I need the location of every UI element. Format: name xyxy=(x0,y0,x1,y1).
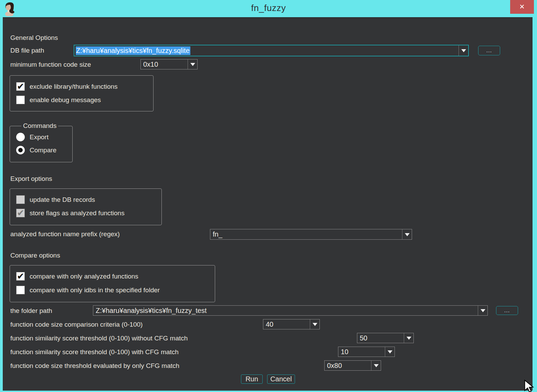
cancel-button[interactable]: Cancel xyxy=(267,374,295,384)
sim-with-cfg-value[interactable]: 10 xyxy=(338,347,385,357)
sim-with-cfg-label: function similarity score threshold (0-1… xyxy=(10,348,179,356)
compare-radio-label[interactable]: Compare xyxy=(30,146,56,154)
compare-options-group xyxy=(10,265,215,302)
general-options-heading: General Options xyxy=(10,34,58,42)
min-code-size-value[interactable]: 0x10 xyxy=(141,59,188,69)
update-db-label: update the DB records xyxy=(30,196,95,204)
sim-without-cfg-value[interactable]: 50 xyxy=(357,333,404,343)
chevron-down-icon[interactable] xyxy=(310,319,319,329)
only-idbs-label[interactable]: compare with only idbs in the specified … xyxy=(30,286,160,294)
sim-with-cfg-dropdown[interactable]: 10 xyxy=(338,347,395,357)
size-cfg-label: function code size threshold evaluated b… xyxy=(10,362,179,370)
titlebar[interactable]: fn_fuzzy ✕ xyxy=(0,0,537,17)
compare-radio[interactable] xyxy=(16,146,25,154)
enable-debug-checkbox[interactable] xyxy=(16,96,25,104)
chevron-down-icon[interactable] xyxy=(385,347,394,357)
chevron-down-icon[interactable] xyxy=(402,229,412,239)
store-flags-label: store flags as analyzed functions xyxy=(30,209,125,217)
prefix-label: analyzed function name prefix (regex) xyxy=(10,230,120,238)
chevron-down-icon[interactable] xyxy=(188,59,197,69)
chevron-down-icon[interactable] xyxy=(459,45,468,56)
folder-browse-button[interactable]: ... xyxy=(496,306,518,315)
criteria-dropdown[interactable]: 40 xyxy=(263,319,320,329)
criteria-label: function code size comparison criteria (… xyxy=(10,321,143,328)
commands-legend: Commands xyxy=(21,122,58,130)
chevron-down-icon[interactable] xyxy=(478,306,487,315)
folder-path-combobox[interactable]: Z:¥haru¥analysis¥tics¥fn_fuzzy_test xyxy=(93,305,488,316)
size-cfg-dropdown[interactable]: 0x80 xyxy=(324,360,381,371)
only-analyzed-checkbox[interactable] xyxy=(16,272,25,281)
window-title: fn_fuzzy xyxy=(0,0,537,16)
db-path-browse-button[interactable]: ... xyxy=(478,46,500,55)
only-analyzed-label[interactable]: compare with only analyzed functions xyxy=(30,273,138,280)
sim-without-cfg-dropdown[interactable]: 50 xyxy=(357,333,414,343)
sim-without-cfg-label: function similarity score threshold (0-1… xyxy=(10,335,188,342)
criteria-value[interactable]: 40 xyxy=(263,319,310,329)
prefix-value[interactable]: fn_ xyxy=(210,229,402,239)
general-checkbox-group xyxy=(10,75,154,111)
exclude-library-label[interactable]: exclude library/thunk functions xyxy=(30,83,118,90)
folder-path-value[interactable]: Z:¥haru¥analysis¥tics¥fn_fuzzy_test xyxy=(93,306,478,315)
only-idbs-checkbox[interactable] xyxy=(16,286,25,294)
commands-group xyxy=(10,126,73,162)
chevron-down-icon[interactable] xyxy=(371,361,381,370)
folder-path-label: the folder path xyxy=(10,307,52,315)
db-file-path-combobox[interactable]: Z:¥haru¥analysis¥tics¥fn_fuzzy.sqlite xyxy=(74,45,468,56)
close-button[interactable]: ✕ xyxy=(510,0,534,14)
db-file-path-label: DB file path xyxy=(10,47,44,54)
prefix-combobox[interactable]: fn_ xyxy=(210,229,412,240)
store-flags-checkbox xyxy=(16,209,25,217)
compare-options-heading: Compare options xyxy=(10,252,60,259)
enable-debug-label[interactable]: enable debug messages xyxy=(30,96,101,104)
size-cfg-value[interactable]: 0x80 xyxy=(325,361,371,370)
export-options-group xyxy=(10,188,162,225)
min-code-size-dropdown[interactable]: 0x10 xyxy=(140,59,198,69)
run-button[interactable]: Run xyxy=(241,374,263,384)
export-radio-label[interactable]: Export xyxy=(30,133,49,141)
export-radio[interactable] xyxy=(16,133,25,141)
export-options-heading: Export options xyxy=(10,175,52,183)
chevron-down-icon[interactable] xyxy=(404,333,413,343)
exclude-library-checkbox[interactable] xyxy=(16,82,25,91)
db-file-path-value[interactable]: Z:¥haru¥analysis¥tics¥fn_fuzzy.sqlite xyxy=(74,45,459,56)
update-db-checkbox xyxy=(16,195,25,204)
min-code-size-label: minimum function code size xyxy=(10,61,91,68)
